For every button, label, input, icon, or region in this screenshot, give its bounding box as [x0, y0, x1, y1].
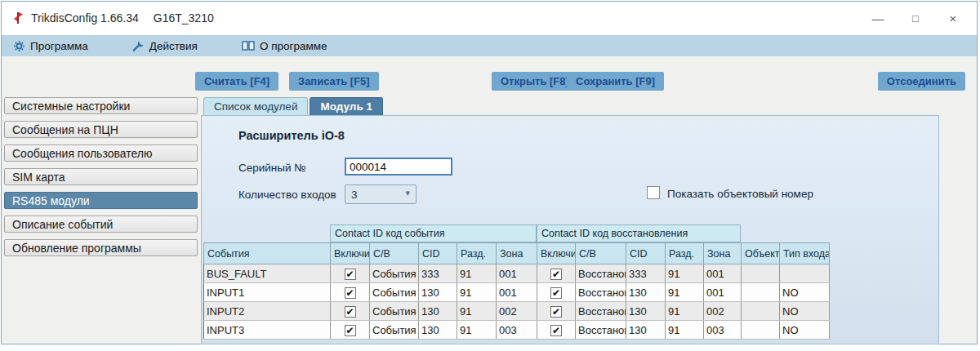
checkbox-icon[interactable]: ✔ — [345, 306, 356, 318]
sidebar-item-user-messages[interactable]: Сообщения пользователю — [4, 144, 198, 162]
menu-actions[interactable]: Действия — [132, 40, 198, 52]
enable-cell[interactable]: ✔ — [537, 321, 576, 340]
sidebar-item-sim-card[interactable]: SIM карта — [4, 168, 198, 185]
sv-cell[interactable]: События — [370, 302, 419, 321]
part-cell[interactable]: 91 — [666, 264, 704, 283]
zone-cell[interactable]: 001 — [704, 283, 742, 302]
enable-cell[interactable]: ✔ — [331, 264, 370, 283]
cid-cell[interactable]: 130 — [419, 321, 457, 340]
sv-cell[interactable]: Восстановление — [576, 264, 626, 283]
sidebar-item-system-settings[interactable]: Системные настройки — [4, 97, 198, 114]
sv-cell[interactable]: Восстановление — [576, 321, 626, 340]
sidebar-item-rs485-modules[interactable]: RS485 модули — [4, 192, 198, 209]
enable-cell[interactable]: ✔ — [331, 283, 370, 302]
table-row: INPUT1 ✔ События 130 91 001 ✔ Восстановл… — [204, 283, 830, 302]
minimize-icon[interactable]: — — [859, 2, 897, 35]
zone-cell[interactable]: 001 — [704, 264, 742, 283]
close-icon[interactable]: × — [934, 2, 972, 35]
cid-cell[interactable]: 130 — [419, 302, 457, 321]
zone-cell[interactable]: 002 — [497, 302, 537, 321]
checkbox-icon[interactable]: ✔ — [345, 325, 356, 336]
menu-about[interactable]: О программе — [242, 40, 327, 52]
col-cid-1: CID — [419, 243, 457, 264]
part-cell[interactable]: 91 — [457, 264, 497, 283]
cid-cell[interactable]: 130 — [626, 302, 666, 321]
enable-cell[interactable]: ✔ — [537, 283, 576, 302]
open-button[interactable]: Открыть [F8] — [492, 72, 578, 91]
read-button[interactable]: Считать [F4] — [195, 72, 278, 91]
zone-cell[interactable]: 001 — [497, 264, 537, 283]
object-cell[interactable] — [742, 321, 780, 340]
col-sv-2: С/В — [576, 243, 626, 264]
show-object-number-checkbox[interactable] — [647, 186, 660, 199]
part-cell[interactable]: 91 — [457, 283, 497, 302]
menu-program[interactable]: Программа — [13, 40, 88, 52]
save-button[interactable]: Сохранить [F9] — [567, 72, 664, 91]
toolbar: Считать [F4] Записать [F5] Открыть [F8] … — [2, 56, 977, 96]
enable-cell[interactable]: ✔ — [537, 302, 576, 321]
zone-cell[interactable]: 002 — [704, 302, 742, 321]
checkbox-icon[interactable]: ✔ — [345, 287, 356, 299]
sidebar-item-firmware-update[interactable]: Обновление программы — [4, 239, 198, 256]
checkbox-icon[interactable]: ✔ — [550, 287, 562, 299]
sv-cell[interactable]: Восстановление — [576, 283, 626, 302]
col-part-1: Разд. — [457, 243, 497, 264]
cid-cell[interactable]: 333 — [626, 264, 666, 283]
part-cell[interactable]: 91 — [666, 283, 704, 302]
event-name-cell: BUS_FAULT — [204, 264, 331, 283]
title-bar: TrikdisConfig 1.66.34G16T_3210 — □ × — [2, 2, 977, 35]
screenshot: TrikdisConfig 1.66.34G16T_3210 — □ × — [0, 0, 980, 351]
app-logo-icon — [12, 11, 25, 24]
input-type-cell[interactable]: NO — [780, 321, 830, 340]
cid-cell[interactable]: 130 — [419, 283, 457, 302]
table-row: INPUT2 ✔ События 130 91 002 ✔ Восстановл… — [204, 302, 830, 321]
checkbox-icon[interactable]: ✔ — [345, 269, 356, 280]
cid-cell[interactable]: 130 — [626, 283, 666, 302]
col-enable-2: Включить — [537, 243, 576, 264]
zone-cell[interactable]: 003 — [704, 321, 742, 340]
sv-cell[interactable]: События — [370, 283, 419, 302]
part-cell[interactable]: 91 — [666, 321, 704, 340]
tab-module-list[interactable]: Список модулей — [203, 97, 308, 115]
object-cell[interactable] — [742, 283, 780, 302]
serial-number-label: Серийный № — [238, 162, 306, 174]
checkbox-icon[interactable]: ✔ — [550, 325, 562, 336]
sidebar-item-event-description[interactable]: Описание событий — [4, 215, 198, 233]
part-cell[interactable]: 91 — [666, 302, 704, 321]
inputs-count-select[interactable]: 3 ▾ — [345, 184, 416, 204]
input-type-cell[interactable] — [780, 264, 830, 283]
disconnect-button[interactable]: Отсоединить — [878, 72, 965, 91]
maximize-icon[interactable]: □ — [897, 2, 934, 35]
write-button[interactable]: Записать [F5] — [289, 72, 379, 91]
sv-cell[interactable]: Восстановление — [576, 302, 626, 321]
input-type-cell[interactable]: NO — [780, 302, 830, 321]
checkbox-icon[interactable]: ✔ — [550, 269, 562, 280]
group-header-event-code: Contact ID код события — [330, 224, 537, 242]
object-cell[interactable] — [742, 264, 780, 283]
enable-cell[interactable]: ✔ — [331, 321, 370, 340]
zone-cell[interactable]: 003 — [497, 321, 537, 340]
checkbox-icon[interactable]: ✔ — [550, 306, 562, 318]
serial-number-input[interactable] — [345, 158, 452, 176]
menu-about-label: О программе — [260, 40, 327, 52]
cid-cell[interactable]: 333 — [419, 264, 457, 283]
sidebar: Системные настройки Сообщения на ПЦН Соо… — [2, 96, 200, 344]
part-cell[interactable]: 91 — [457, 302, 497, 321]
zone-cell[interactable]: 001 — [497, 283, 537, 302]
group-header-restore-code: Contact ID код восстановления — [537, 224, 741, 242]
object-cell[interactable] — [742, 302, 780, 321]
menu-bar: Программа Действия О про — [2, 35, 977, 56]
input-type-cell[interactable]: NO — [780, 283, 830, 302]
event-name-cell: INPUT2 — [204, 302, 331, 321]
enable-cell[interactable]: ✔ — [331, 302, 370, 321]
sv-cell[interactable]: События — [370, 321, 419, 340]
enable-cell[interactable]: ✔ — [537, 264, 576, 283]
wrench-icon — [132, 40, 145, 52]
tab-module-1[interactable]: Модуль 1 — [310, 97, 383, 115]
sidebar-item-cms-messages[interactable]: Сообщения на ПЦН — [4, 121, 198, 138]
sv-cell[interactable]: События — [370, 264, 419, 283]
part-cell[interactable]: 91 — [457, 321, 497, 340]
cid-cell[interactable]: 130 — [626, 321, 666, 340]
menu-actions-label: Действия — [149, 40, 198, 52]
window-controls: — □ × — [859, 2, 972, 35]
